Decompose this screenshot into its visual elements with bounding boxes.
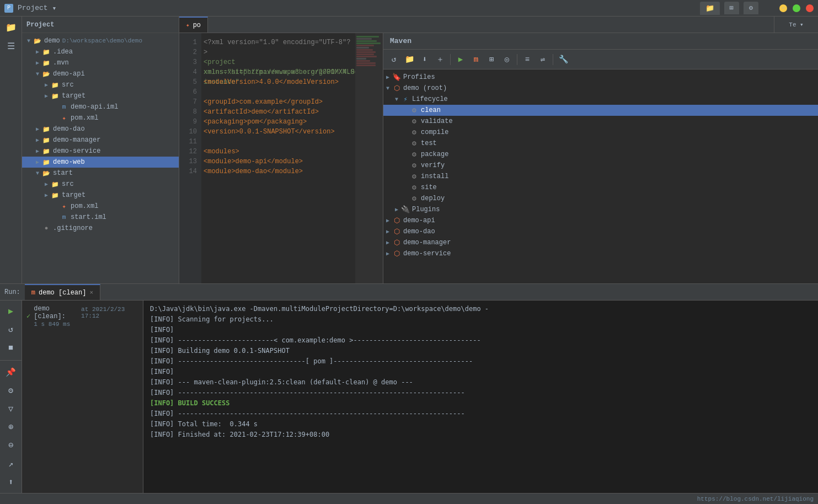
tree-item-demo-api-iml[interactable]: m demo-api.iml [22, 101, 179, 112]
maven-label-profiles: Profiles [403, 73, 435, 81]
run-scroll-btn[interactable]: ↗ [2, 455, 20, 473]
tab-file-icon: ✦ [186, 22, 190, 29]
maven-grid-btn[interactable]: ⊞ [484, 52, 499, 67]
output-line-5: [INFO] Building demo 0.0.1-SNAPSHOT [150, 346, 811, 356]
tree-item-target[interactable]: ▶ 📁 target [22, 90, 179, 101]
editor-tab-po[interactable]: ✦ po [179, 17, 208, 33]
editor-code[interactable]: <?xml version="1.0" encoding="UTF-8"?> <… [201, 33, 355, 283]
tree-label-start-pom: pom.xml [71, 202, 98, 210]
maven-run-btn[interactable]: ▶ [453, 52, 468, 67]
maven-demo-root[interactable]: ▼ ⬡ demo (root) [383, 83, 818, 94]
maven-lines-btn[interactable]: ≡ [520, 52, 534, 67]
output-line-10: [INFO] BUILD SUCCESS [150, 398, 811, 409]
tree-item-demo-manager[interactable]: ▶ 📁 demo-manager [22, 135, 179, 146]
tree-item-gitignore[interactable]: ● .gitignore [22, 223, 179, 234]
tree-item-start-iml[interactable]: m start.iml [22, 212, 179, 223]
maven-plugins[interactable]: ▶ 🔌 Plugins [383, 204, 818, 215]
code-line-14: <module>demo-dao</module> [204, 167, 353, 176]
tree-path-demo: D:\workspace\demo\demo [62, 37, 142, 44]
tree-item-src[interactable]: ▶ 📁 src [22, 79, 179, 90]
maven-refresh-btn[interactable]: ↺ [387, 52, 401, 67]
maven-module-icon-dao: ⬡ [392, 227, 401, 236]
tree-item-demo-web[interactable]: ▶ 📁 demo-web [22, 157, 179, 168]
maven-add-btn[interactable]: ＋ [433, 52, 447, 67]
run-export-btn[interactable]: ⬆ [2, 474, 20, 491]
gear-icon-test: ⚙ [410, 139, 419, 148]
folder-icon-demo-web: 📁 [42, 158, 51, 167]
close-button[interactable] [806, 4, 814, 12]
run-item-demo-clean[interactable]: ✓ demo [clean]: at 2021/2/23 17:12 1 s 8… [26, 304, 138, 329]
tree-item-start-src[interactable]: ▶ 📁 src [22, 179, 179, 190]
maven-clean[interactable]: ⚙ clean [383, 105, 818, 116]
maven-tab-label: Te ▾ [789, 21, 803, 28]
maven-demo-dao[interactable]: ▶ ⬡ demo-dao [383, 226, 818, 237]
maven-tab-switch[interactable]: Te ▾ [774, 17, 818, 33]
tab-project-tree[interactable]: 📁 [700, 2, 720, 15]
maven-demo-manager[interactable]: ▶ ⬡ demo-manager [383, 237, 818, 248]
code-line-6 [204, 87, 353, 97]
tree-label-start: start [53, 169, 73, 177]
maven-panel: Maven ↺ 📁 ⬇ ＋ ▶ m ⊞ ◎ ≡ ⇌ [383, 33, 818, 283]
run-settings-btn[interactable]: ⚙ [2, 382, 20, 399]
folder-icon-demo-api: 📂 [42, 69, 51, 78]
maven-m-btn[interactable]: m [469, 52, 483, 67]
editor-pane: 1 2 3 4 5 6 7 8 9 10 11 12 13 14 [179, 33, 383, 283]
run-rerun-btn[interactable]: ↺ [2, 321, 20, 338]
maven-deploy[interactable]: ⚙ deploy [383, 193, 818, 204]
tree-item-start-target[interactable]: ▶ 📁 target [22, 190, 179, 201]
maven-lifecycle[interactable]: ▼ ⚡ Lifecycle [383, 94, 818, 105]
maven-label-demo-dao: demo-dao [403, 228, 435, 235]
maven-download-btn[interactable]: ⬇ [418, 52, 432, 67]
tree-item-mvn[interactable]: ▶ 📁 .mvn [22, 57, 179, 68]
left-icon-bar: 📁 ☰ [0, 17, 22, 283]
tree-item-idea[interactable]: ▶ 📁 .idea [22, 46, 179, 57]
maven-module-icon-service: ⬡ [392, 249, 401, 258]
tree-arrow-start: ▼ [33, 170, 42, 176]
tree-item-demo-service[interactable]: ▶ 📁 demo-service [22, 146, 179, 157]
success-check-icon: ✓ [26, 312, 30, 320]
code-line-12: <modules> [204, 147, 353, 157]
tree-item-demo-api[interactable]: ▼ 📂 demo-api [22, 68, 179, 79]
output-line-2: [INFO] Scanning for projects... [150, 314, 811, 325]
maximize-button[interactable] [793, 4, 800, 12]
maven-compile[interactable]: ⚙ compile [383, 127, 818, 138]
tree-item-start-pom[interactable]: ✦ pom.xml [22, 201, 179, 212]
run-play-btn[interactable]: ▶ [2, 303, 20, 320]
maven-install[interactable]: ⚙ install [383, 171, 818, 182]
run-tab-close[interactable]: × [89, 289, 93, 296]
maven-settings-btn[interactable]: 🔧 [556, 52, 570, 67]
run-pin-btn[interactable]: 📌 [2, 364, 20, 381]
file-icon-xml-api: ✦ [60, 114, 68, 122]
tree-arrow-demo-web: ▶ [33, 159, 42, 165]
maven-site[interactable]: ⚙ site [383, 182, 818, 193]
maven-validate[interactable]: ⚙ validate [383, 116, 818, 127]
run-filter-btn[interactable]: ▽ [2, 400, 20, 417]
maven-label-validate: validate [421, 117, 453, 125]
run-collapse-btn[interactable]: ⊖ [2, 437, 20, 454]
tree-item-start[interactable]: ▼ 📂 start [22, 168, 179, 179]
run-output[interactable]: D:\Java\jdk\bin\java.exe -Dmaven.multiMo… [143, 301, 818, 493]
tree-item-pom-api[interactable]: ✦ pom.xml [22, 112, 179, 124]
folder-icon-demo-dao: 📁 [42, 125, 51, 133]
run-expand-btn[interactable]: ⊕ [2, 419, 20, 436]
maven-package[interactable]: ⚙ package [383, 149, 818, 160]
maven-open-btn[interactable]: 📁 [402, 52, 416, 67]
maven-arrows-btn[interactable]: ⇌ [536, 52, 550, 67]
run-stop-btn[interactable]: ■ [2, 339, 20, 356]
maven-demo-service[interactable]: ▶ ⬡ demo-service [383, 248, 818, 259]
tree-item-demo-root[interactable]: ▼ 📂 demo D:\workspace\demo\demo [22, 35, 179, 46]
folder-icon-start-src: 📁 [51, 180, 60, 189]
maven-circle-btn[interactable]: ◎ [500, 52, 514, 67]
maven-verify[interactable]: ⚙ verify [383, 160, 818, 171]
run-tab-demo-clean[interactable]: m demo [clean] × [25, 284, 100, 300]
maven-profiles[interactable]: ▶ 🔖 Profiles [383, 72, 818, 83]
bookmark-icon[interactable]: ☰ [2, 37, 20, 55]
tab-settings[interactable]: ⚙ [744, 2, 758, 14]
maven-demo-api[interactable]: ▶ ⬡ demo-api [383, 215, 818, 226]
project-icon[interactable]: 📁 [2, 19, 20, 36]
sidebar-title: Project [26, 21, 54, 29]
tree-item-demo-dao[interactable]: ▶ 📁 demo-dao [22, 124, 179, 135]
minimize-button[interactable]: – [779, 4, 787, 12]
maven-test[interactable]: ⚙ test [383, 138, 818, 149]
tab-structure[interactable]: ⊞ [724, 2, 739, 14]
